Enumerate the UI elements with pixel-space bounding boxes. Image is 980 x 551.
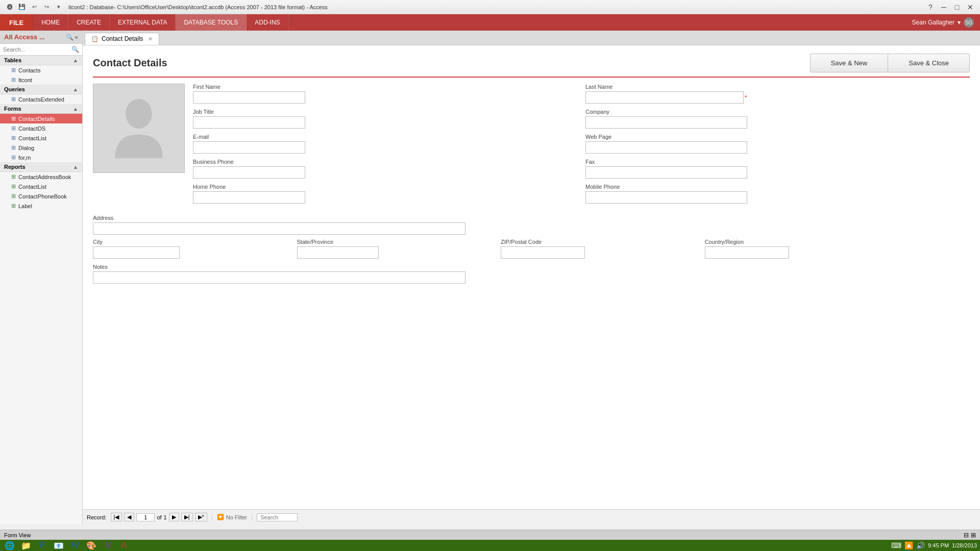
sidebar-item-label: ContactPhoneBook <box>18 193 67 199</box>
avatar-silhouette <box>108 93 169 164</box>
taskbar-word-icon[interactable]: W <box>68 540 82 550</box>
prev-record-btn[interactable]: ◀ <box>124 513 134 521</box>
title-bar: 🅐 💾 ↩ ↪ ▾ itcont2 : Database- C:\Users\O… <box>0 0 980 14</box>
sidebar-search-input[interactable] <box>3 46 71 53</box>
address-input[interactable] <box>93 222 465 235</box>
zip-group: ZIP/Postal Code <box>501 239 700 259</box>
tab-form-icon: 📋 <box>91 36 99 42</box>
reports-collapse-btn[interactable]: ▲ <box>73 164 78 170</box>
tab-database-tools[interactable]: DATABASE TOOLS <box>176 14 247 31</box>
report-icon: ⊞ <box>11 173 16 180</box>
sidebar-search-btn[interactable]: 🔍 <box>71 46 79 53</box>
address-label: Address <box>93 215 970 221</box>
taskbar-explorer-icon[interactable]: 📁 <box>19 540 33 550</box>
sidebar-item-contact-details[interactable]: ⊞ ContactDetails <box>0 114 82 123</box>
sidebar-item-contacts[interactable]: ⊞ Contacts <box>0 65 82 75</box>
tab-home[interactable]: HOME <box>33 14 68 31</box>
state-input[interactable] <box>297 246 379 259</box>
web-page-input[interactable] <box>585 141 747 154</box>
sidebar-item-report-contact-list[interactable]: ⊞ ContactList <box>0 182 82 191</box>
user-avatar: SG <box>964 17 974 28</box>
taskbar-onenote-icon[interactable]: N <box>101 540 114 550</box>
sidebar-section-queries[interactable]: Queries ▲ <box>0 85 82 94</box>
save-quick-btn[interactable]: 💾 <box>16 3 28 12</box>
sidebar-item-form[interactable]: ⊞ for,m <box>0 153 82 162</box>
last-name-input[interactable] <box>585 91 744 104</box>
last-record-btn[interactable]: ▶| <box>181 513 193 521</box>
taskbar-access-icon[interactable]: A <box>117 540 131 550</box>
business-phone-input[interactable] <box>193 166 305 179</box>
fax-input[interactable] <box>585 166 747 179</box>
sidebar-item-contact-address-book[interactable]: ⊞ ContactAddressBook <box>0 172 82 182</box>
sidebar-item-label: ContactList <box>18 184 46 190</box>
zip-input[interactable] <box>501 246 585 259</box>
sidebar-section-reports[interactable]: Reports ▲ <box>0 162 82 172</box>
save-new-btn[interactable]: Save & New <box>810 54 888 72</box>
country-input[interactable] <box>705 246 789 259</box>
tab-external-data[interactable]: EXTERNAL DATA <box>110 14 176 31</box>
search-input[interactable] <box>257 513 298 521</box>
layout-view-icon[interactable]: ⊟ <box>964 532 969 539</box>
sidebar-item-dialog[interactable]: ⊞ Dialog <box>0 143 82 153</box>
minimize-btn[interactable]: ─ <box>938 3 949 12</box>
user-dropdown-icon[interactable]: ▾ <box>958 19 961 26</box>
email-input[interactable] <box>193 141 305 154</box>
new-record-btn[interactable]: ▶* <box>195 513 207 521</box>
forms-collapse-btn[interactable]: ▲ <box>73 106 78 112</box>
taskbar-paint-icon[interactable]: 🎨 <box>85 540 98 550</box>
query-icon: ⊞ <box>11 96 16 103</box>
email-group: E-mail <box>193 134 577 154</box>
sidebar-controls[interactable]: 🔍 « <box>66 34 78 41</box>
status-bar: Record: |◀ ◀ of 1 ▶ ▶| ▶* | 🔽 No Filter … <box>83 509 980 524</box>
sidebar-collapse-icon[interactable]: « <box>75 34 78 41</box>
taskbar-ie-icon[interactable]: 🌐 <box>3 540 16 550</box>
close-btn[interactable]: ✕ <box>965 3 976 12</box>
contact-details-tab[interactable]: 📋 Contact Details ✕ <box>85 33 159 45</box>
sidebar-section-tables[interactable]: Tables ▲ <box>0 56 82 65</box>
help-btn[interactable]: ? <box>925 3 936 12</box>
sidebar-section-forms[interactable]: Forms ▲ <box>0 104 82 114</box>
city-input[interactable] <box>93 246 180 259</box>
next-record-btn[interactable]: ▶ <box>169 513 179 521</box>
taskbar-outlook-icon[interactable]: 📧 <box>52 540 65 550</box>
mobile-phone-input[interactable] <box>585 191 747 204</box>
file-menu-btn[interactable]: FILE <box>0 14 33 31</box>
undo-btn[interactable]: ↩ <box>29 3 40 12</box>
sidebar-item-label: ContactDetails <box>18 116 55 122</box>
window-title: itcont2 : Database- C:\Users\OfficeUser\… <box>68 4 328 10</box>
zip-label: ZIP/Postal Code <box>501 239 700 245</box>
tables-collapse-btn[interactable]: ▲ <box>73 58 78 63</box>
quick-access-toolbar[interactable]: 🅐 💾 ↩ ↪ ▾ <box>4 3 64 12</box>
customize-btn[interactable]: ▾ <box>53 3 64 12</box>
home-phone-input[interactable] <box>193 191 305 204</box>
sidebar-item-label-report[interactable]: ⊞ Label <box>0 201 82 211</box>
record-number-input[interactable] <box>136 513 155 521</box>
queries-collapse-btn[interactable]: ▲ <box>73 87 78 92</box>
form-header: Contact Details Save & New Save & Close <box>93 54 970 78</box>
city-label: City <box>93 239 292 245</box>
sidebar: All Access ... 🔍 « 🔍 Tables ▲ ⊞ Contacts… <box>0 31 83 524</box>
address-group: Address <box>93 215 970 235</box>
company-input[interactable] <box>585 116 747 129</box>
sidebar-item-itcont[interactable]: ⊞ Itcont <box>0 75 82 85</box>
required-marker: * <box>745 94 747 101</box>
maximize-btn[interactable]: □ <box>951 3 963 12</box>
tab-add-ins[interactable]: ADD-INS <box>247 14 288 31</box>
sidebar-search-icon[interactable]: 🔍 <box>66 34 74 41</box>
tab-close-btn[interactable]: ✕ <box>148 36 153 42</box>
sidebar-item-contact-phone-book[interactable]: ⊞ ContactPhoneBook <box>0 191 82 201</box>
sidebar-item-contact-list[interactable]: ⊞ ContactList <box>0 133 82 143</box>
tab-create[interactable]: CREATE <box>68 14 110 31</box>
redo-btn[interactable]: ↪ <box>41 3 52 12</box>
taskbar-publisher-icon[interactable]: P <box>36 540 49 550</box>
table-view-icon[interactable]: ⊞ <box>971 532 976 539</box>
notes-input[interactable] <box>93 271 465 284</box>
save-close-btn[interactable]: Save & Close <box>888 54 970 72</box>
window-controls[interactable]: ? ─ □ ✕ <box>925 3 976 12</box>
form-icon: ⊞ <box>11 154 16 161</box>
sidebar-item-contact-ds[interactable]: ⊞ ContactDS <box>0 123 82 133</box>
sidebar-item-contacts-extended[interactable]: ⊞ ContactsExtended <box>0 94 82 104</box>
first-name-input[interactable] <box>193 91 305 104</box>
job-title-input[interactable] <box>193 116 305 129</box>
first-record-btn[interactable]: |◀ <box>111 513 122 521</box>
